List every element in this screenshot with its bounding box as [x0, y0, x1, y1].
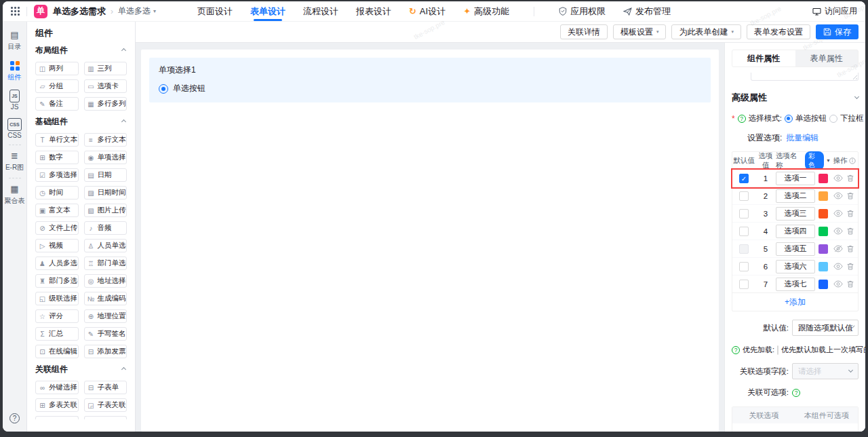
tab-app-permission[interactable]: 应用权限: [559, 1, 606, 21]
palette-item[interactable]: ▣富文本: [35, 204, 79, 217]
option-default-checkbox[interactable]: [739, 209, 749, 218]
palette-item[interactable]: ▦多行多列: [84, 97, 127, 111]
visibility-icon[interactable]: [833, 280, 844, 288]
palette-item[interactable]: ⊘文件上传: [35, 221, 79, 235]
radio-selected-icon[interactable]: [159, 84, 168, 94]
tab-publish-management[interactable]: 发布管理: [623, 1, 671, 21]
palette-item[interactable]: ▤日期: [84, 168, 127, 182]
visibility-icon[interactable]: [833, 192, 844, 200]
default-value-select[interactable]: 跟随选项默认值: [792, 320, 859, 336]
palette-item[interactable]: ⊟添加发票: [84, 345, 127, 358]
visit-app-button[interactable]: 访问应用: [812, 5, 857, 17]
tab-ai-design[interactable]: ↻AI设计: [409, 1, 446, 21]
palette-item[interactable]: ▥三列: [84, 62, 127, 75]
palette-item[interactable]: ♖部门单选: [84, 256, 127, 270]
delete-icon[interactable]: [845, 174, 856, 183]
palette-item[interactable]: ✎手写签名: [84, 327, 127, 341]
palette-item[interactable]: Σ汇总: [35, 327, 79, 341]
app-launcher-icon[interactable]: [11, 7, 20, 16]
palette-item[interactable]: ⊕地理位置: [84, 309, 127, 323]
create-from-form-button[interactable]: 为此表单创建▾: [671, 24, 741, 39]
palette-item[interactable]: ▱分组: [35, 79, 79, 93]
palette-item[interactable]: ⊞数字: [35, 151, 79, 164]
form-canvas[interactable]: 单项选择1 单选按钮: [141, 50, 719, 432]
option-name-input[interactable]: 选项七: [776, 278, 815, 291]
tab-flow-design[interactable]: 流程设计: [303, 1, 338, 21]
palette-item[interactable]: ♪音频: [84, 221, 127, 235]
form-publish-settings-button[interactable]: 表单发布设置: [747, 24, 810, 39]
description-textarea[interactable]: [751, 73, 859, 81]
palette-item[interactable]: ▧图片上传: [84, 204, 127, 217]
help-question-icon[interactable]: ?: [738, 115, 746, 123]
tab-page-design[interactable]: 页面设计: [197, 1, 233, 21]
palette-item[interactable]: ▨日期时间: [84, 186, 127, 200]
related-field-select[interactable]: 请选择: [792, 363, 859, 379]
option-color-swatch[interactable]: [818, 191, 828, 201]
option-color-swatch[interactable]: [818, 280, 828, 289]
option-name-input[interactable]: 选项二: [776, 189, 815, 203]
palette-item[interactable]: ♟人员多选: [35, 256, 79, 270]
sidebar-item-js[interactable]: JSJS: [9, 91, 20, 111]
sidebar-item-components[interactable]: 组件: [8, 60, 22, 82]
preload-checkbox[interactable]: [777, 345, 778, 355]
palette-item[interactable]: ∞外键选择: [35, 381, 79, 394]
palette-item[interactable]: ☑多项选择: [35, 168, 79, 182]
relation-detail-button[interactable]: 关联详情: [560, 24, 608, 39]
help-question-icon[interactable]: ?: [792, 389, 800, 397]
help-question-icon[interactable]: ?: [732, 346, 740, 354]
color-mode-caret-icon[interactable]: ▼: [826, 158, 831, 163]
option-color-swatch[interactable]: [818, 209, 828, 218]
palette-item[interactable]: №生成编码: [84, 292, 127, 305]
add-option-link[interactable]: +添加: [732, 293, 858, 311]
palette-item[interactable]: ⊞多表关联: [35, 398, 79, 412]
option-default-checkbox[interactable]: [739, 244, 749, 254]
help-button[interactable]: ?: [9, 413, 20, 423]
visibility-icon[interactable]: [833, 227, 844, 235]
palette-section-header[interactable]: 布局组件: [35, 45, 127, 56]
option-default-checkbox[interactable]: [739, 227, 749, 236]
palette-item[interactable]: ☆评分: [35, 309, 79, 323]
palette-item[interactable]: ◷时间: [35, 186, 79, 200]
option-color-swatch[interactable]: [818, 262, 828, 271]
color-mode-pill[interactable]: 彩色: [805, 151, 824, 170]
sidebar-item-css[interactable]: CSSCSS: [7, 119, 22, 139]
option-default-checkbox[interactable]: [739, 280, 749, 289]
palette-item[interactable]: ▷视频: [35, 239, 79, 252]
tab-form-design[interactable]: 表单设计: [250, 1, 285, 21]
resize-handle-icon[interactable]: [852, 75, 857, 79]
palette-item[interactable]: ◫两列: [35, 62, 79, 75]
palette-section-header[interactable]: 关联组件: [35, 364, 127, 375]
palette-item[interactable]: ◱级联选择: [35, 292, 79, 305]
visibility-icon[interactable]: [833, 174, 844, 182]
save-button[interactable]: 保存: [816, 24, 859, 39]
breadcrumb-submenu[interactable]: 单选多选 ▾: [118, 5, 156, 17]
tab-advanced-features[interactable]: ✦高级功能: [463, 1, 509, 21]
palette-item[interactable]: ♜部门多选: [35, 274, 79, 288]
option-default-checkbox[interactable]: [739, 191, 749, 201]
delete-icon[interactable]: [845, 191, 856, 200]
palette-item[interactable]: ⊡在线编辑: [35, 345, 79, 358]
palette-item[interactable]: ⊟子表单: [84, 381, 127, 394]
advanced-section-header[interactable]: 高级属性: [732, 92, 859, 104]
palette-item[interactable]: ✎备注: [35, 97, 79, 111]
delete-icon[interactable]: [845, 280, 856, 288]
palette-item[interactable]: ≡多行文本: [84, 133, 127, 147]
delete-icon[interactable]: [845, 227, 856, 235]
delete-icon[interactable]: [845, 244, 856, 253]
option-color-swatch[interactable]: [818, 174, 828, 183]
option-name-input[interactable]: 选项四: [776, 225, 815, 238]
option-color-swatch[interactable]: [818, 244, 828, 254]
palette-item[interactable]: ◲子表关联: [84, 398, 127, 412]
palette-item[interactable]: ◎地址选择器: [84, 274, 127, 288]
option-name-input[interactable]: 选项六: [776, 260, 815, 273]
sidebar-item-er-diagram[interactable]: ≣E-R图: [5, 151, 24, 172]
tab-component-properties[interactable]: 组件属性: [732, 50, 795, 66]
palette-item[interactable]: T单行文本: [35, 133, 79, 147]
palette-item[interactable]: ♙人员单选: [84, 239, 127, 252]
mode-option-radio-button[interactable]: 单选按钮: [785, 113, 827, 124]
sidebar-item-directory[interactable]: ▤目录: [8, 30, 22, 52]
option-color-swatch[interactable]: [818, 227, 828, 236]
delete-icon[interactable]: [845, 209, 856, 218]
delete-icon[interactable]: [845, 262, 856, 271]
template-settings-button[interactable]: 模板设置▾: [613, 24, 667, 39]
